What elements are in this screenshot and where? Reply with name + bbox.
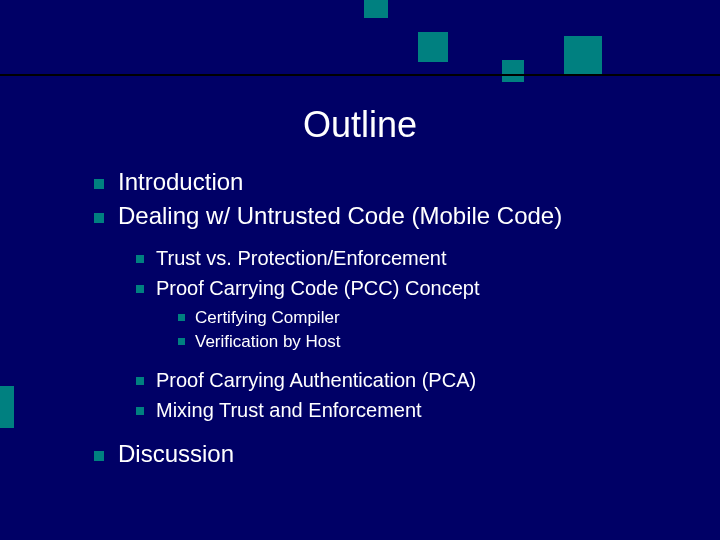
list-item-label: Certifying Compiler (195, 308, 340, 327)
decor-square (364, 0, 388, 18)
bullet-icon (178, 338, 185, 345)
slide-title: Outline (0, 104, 720, 146)
bullet-icon (136, 285, 144, 293)
list-item: Dealing w/ Untrusted Code (Mobile Code) (94, 200, 674, 232)
bullet-icon (136, 377, 144, 385)
bullet-icon (136, 255, 144, 263)
list-item: Proof Carrying Code (PCC) Concept (136, 274, 674, 302)
list-item-label: Proof Carrying Authentication (PCA) (156, 369, 476, 391)
bullet-icon (136, 407, 144, 415)
list-item: Proof Carrying Authentication (PCA) (136, 366, 674, 394)
list-item: Discussion (94, 438, 674, 470)
list-item-label: Introduction (118, 168, 243, 195)
bullet-icon (94, 213, 104, 223)
list-item: Verification by Host (178, 330, 674, 354)
decor-square (418, 32, 448, 62)
decor-square (502, 60, 524, 82)
list-item-label: Proof Carrying Code (PCC) Concept (156, 277, 479, 299)
list-item: Introduction (94, 166, 674, 198)
bullet-icon (94, 451, 104, 461)
decor-square (0, 386, 14, 428)
slide: Outline Introduction Dealing w/ Untruste… (0, 0, 720, 540)
list-item-label: Verification by Host (195, 332, 341, 351)
slide-body: Introduction Dealing w/ Untrusted Code (… (94, 166, 674, 472)
decor-square (564, 36, 602, 74)
list-item-label: Dealing w/ Untrusted Code (Mobile Code) (118, 202, 562, 229)
list-item-label: Mixing Trust and Enforcement (156, 399, 422, 421)
list-item: Trust vs. Protection/Enforcement (136, 244, 674, 272)
bullet-icon (178, 314, 185, 321)
list-item-label: Discussion (118, 440, 234, 467)
list-item: Mixing Trust and Enforcement (136, 396, 674, 424)
bullet-icon (94, 179, 104, 189)
list-item-label: Trust vs. Protection/Enforcement (156, 247, 446, 269)
horizontal-rule (0, 74, 720, 76)
list-item: Certifying Compiler (178, 306, 674, 330)
